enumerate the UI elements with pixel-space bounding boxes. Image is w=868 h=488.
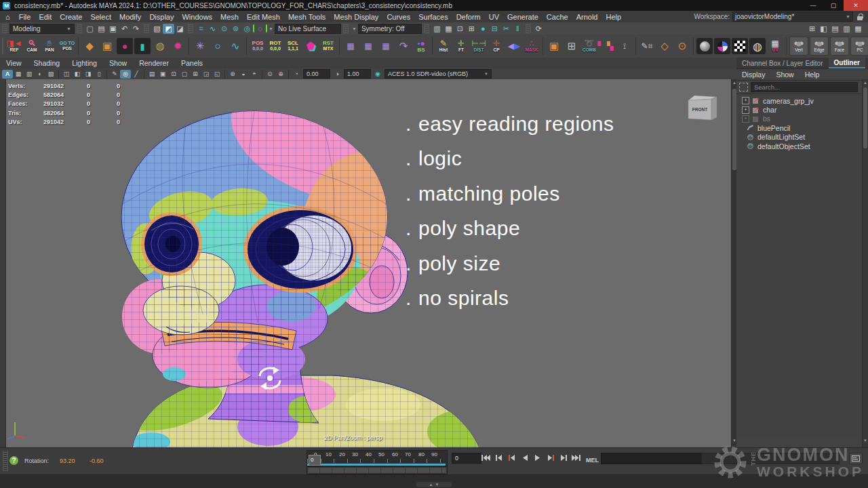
expand-icon[interactable]: + bbox=[742, 106, 749, 114]
undo-icon[interactable]: ↶ bbox=[119, 24, 130, 34]
modeling-toolkit-toggle-icon[interactable]: ⊞ bbox=[806, 24, 818, 34]
menu-create[interactable]: Create bbox=[56, 13, 86, 21]
select-tool-icon[interactable]: A bbox=[2, 70, 13, 79]
outliner-item-cameras-grp[interactable]: + cameras_grp_jv bbox=[736, 96, 868, 105]
shelf-barrel-icon[interactable]: ◍ bbox=[151, 36, 169, 57]
menu-deform[interactable]: Deform bbox=[452, 13, 485, 21]
panel-menu-view[interactable]: View bbox=[0, 59, 28, 67]
snap-curve-icon[interactable]: ∿ bbox=[207, 24, 218, 34]
scroll-up-icon[interactable]: ▲ bbox=[863, 81, 868, 85]
menu-surfaces[interactable]: Surfaces bbox=[414, 13, 452, 21]
shelf-lattice-icon[interactable]: ▦ bbox=[359, 36, 377, 57]
command-result-field[interactable] bbox=[701, 453, 840, 464]
menu-mesh-tools[interactable]: Mesh Tools bbox=[284, 13, 330, 21]
shelf-edge-button[interactable]: Edge bbox=[810, 37, 829, 56]
shelf-freeze-transform-button[interactable]: ✛FT bbox=[452, 36, 470, 57]
collapse-handle[interactable]: ▲▼ bbox=[416, 482, 452, 487]
shelf-cylinder-icon[interactable]: ▮ bbox=[134, 38, 151, 54]
go-to-end-button[interactable] bbox=[570, 452, 582, 463]
launch-render-icon[interactable]: ⊟ bbox=[489, 24, 500, 34]
view-cube-front-label[interactable]: FRONT bbox=[692, 107, 707, 112]
command-language-label[interactable]: MEL bbox=[586, 457, 599, 464]
shelf-pos-values-button[interactable]: POS0,0,0 bbox=[249, 36, 267, 57]
snap-projected-center-icon[interactable]: ⊚ bbox=[230, 24, 241, 34]
play-forwards-button[interactable] bbox=[532, 452, 543, 463]
shelf-mask-button[interactable]: ∴MASK bbox=[523, 36, 540, 57]
outliner-menu-help[interactable]: Help bbox=[800, 70, 825, 79]
grip-handle[interactable] bbox=[77, 24, 82, 33]
xray-icon[interactable]: ⊕ bbox=[275, 70, 286, 79]
shelf-diamond-icon[interactable]: ◇ bbox=[656, 36, 673, 57]
tab-outliner[interactable]: Outliner bbox=[829, 58, 865, 68]
snap-grid-icon[interactable]: ⌗ bbox=[195, 24, 207, 34]
minimize-button[interactable]: — bbox=[803, 0, 823, 11]
step-back-frame-button[interactable] bbox=[493, 452, 505, 463]
gamma-icon[interactable]: ◑ bbox=[332, 70, 342, 79]
color-management-icon[interactable]: ◉ bbox=[372, 70, 383, 79]
new-scene-icon[interactable]: ▢ bbox=[84, 24, 96, 34]
shelf-pin-icon[interactable]: ⊙ bbox=[673, 36, 691, 57]
shelf-uv-button[interactable]: ▦UV bbox=[766, 36, 784, 57]
select-hierarchy-icon[interactable]: ▧ bbox=[151, 24, 163, 34]
shelf-lattice-icon[interactable]: ▦ bbox=[377, 36, 395, 57]
shelf-star-icon[interactable]: ✹ bbox=[169, 36, 186, 57]
tab-channel-box[interactable]: Channel Box / Layer Editor bbox=[736, 58, 829, 68]
shelf-sphere-soft-icon[interactable]: ◆ bbox=[81, 36, 98, 57]
menu-windows[interactable]: Windows bbox=[178, 13, 216, 21]
shelf-ref-camera-button[interactable]: ◨◄REF bbox=[5, 36, 23, 57]
bookmark-icon[interactable]: ◧ bbox=[72, 70, 83, 79]
render-settings-icon[interactable]: ⊞ bbox=[466, 24, 477, 34]
shelf-history-button[interactable]: ✎Hist bbox=[435, 36, 452, 57]
menu-uv[interactable]: UV bbox=[485, 13, 503, 21]
ipr-render-icon[interactable]: ⊡ bbox=[454, 24, 466, 34]
shelf-center-pivot-button[interactable]: ✛CP bbox=[488, 36, 505, 57]
outliner-menu-show[interactable]: Show bbox=[770, 70, 799, 79]
shelf-reset-matrix-button[interactable]: RSTMTX bbox=[319, 36, 337, 57]
shelf-blendshape-button[interactable]: ▪●BS bbox=[412, 36, 430, 57]
grip-handle[interactable] bbox=[424, 24, 429, 33]
workspace-dropdown[interactable]: joaovictorModeling* ▼ bbox=[732, 12, 853, 22]
workspace-lock-icon[interactable] bbox=[856, 13, 864, 21]
menu-display[interactable]: Display bbox=[145, 13, 178, 21]
shelf-mirror-icon[interactable]: ◀▶ bbox=[505, 36, 523, 57]
shelf-pentagon-icon[interactable]: ⬟ bbox=[302, 36, 319, 57]
shelf-sphere-icon[interactable]: ● bbox=[117, 38, 133, 54]
wireframe-on-shaded-icon[interactable]: ◎ bbox=[120, 70, 131, 79]
play-backwards-button[interactable] bbox=[519, 452, 530, 463]
menu-mesh-display[interactable]: Mesh Display bbox=[330, 13, 382, 21]
grip-handle[interactable] bbox=[526, 24, 531, 33]
shelf-pan-button[interactable]: ✋︎PAN bbox=[41, 36, 58, 57]
step-back-key-button[interactable] bbox=[506, 452, 517, 463]
make-live-icon[interactable]: ◌ bbox=[253, 24, 267, 33]
render-view-icon[interactable]: ▥ bbox=[431, 24, 443, 34]
refresh-icon[interactable]: ⟳ bbox=[533, 24, 545, 34]
shelf-squares-icon[interactable]: ▘▝▖ bbox=[598, 36, 616, 57]
shelf-colorwheel-icon[interactable] bbox=[714, 38, 730, 54]
camera-attributes-icon[interactable]: ◫ bbox=[61, 70, 72, 79]
safe-title-icon[interactable]: ⊞ bbox=[190, 70, 201, 79]
lighting-toggle-icon[interactable]: ⊛ bbox=[227, 70, 238, 79]
exposure-icon[interactable]: ◔ bbox=[291, 70, 302, 79]
film-gate-icon[interactable]: ▥ bbox=[24, 70, 35, 79]
shelf-comb-button[interactable]: ➰COMB bbox=[580, 36, 598, 57]
save-scene-icon[interactable]: ▣ bbox=[107, 24, 119, 34]
go-to-start-button[interactable] bbox=[480, 452, 492, 463]
menu-generate[interactable]: Generate bbox=[503, 13, 542, 21]
outliner-item-bluepencil[interactable]: bluePencil bbox=[736, 123, 868, 132]
shelf-checker-icon[interactable] bbox=[732, 38, 748, 54]
chevron-down-icon[interactable]: ▼ bbox=[352, 26, 357, 31]
pause-viewport-icon[interactable]: ‖ bbox=[512, 24, 524, 34]
cut-icon[interactable]: ✂ bbox=[500, 24, 512, 34]
shelf-curve-icon[interactable]: ∿ bbox=[226, 36, 244, 57]
shelf-lattice-icon[interactable]: ▦ bbox=[342, 36, 359, 57]
snap-point-icon[interactable]: ⊙ bbox=[218, 24, 230, 34]
render-ball-icon[interactable]: ● bbox=[477, 24, 489, 34]
menu-edit[interactable]: Edit bbox=[35, 13, 56, 21]
hypershade-toggle-icon[interactable]: ◧ bbox=[818, 24, 829, 34]
exposure-field[interactable]: 0.00 bbox=[303, 69, 330, 79]
shelf-vert-button[interactable]: Vert bbox=[789, 37, 808, 56]
command-line-input[interactable] bbox=[601, 453, 704, 464]
select-object-icon[interactable]: ◩ bbox=[163, 24, 174, 34]
shelf-circle-icon[interactable]: ○ bbox=[209, 36, 226, 57]
gamma-field[interactable]: 1.00 bbox=[344, 69, 371, 79]
